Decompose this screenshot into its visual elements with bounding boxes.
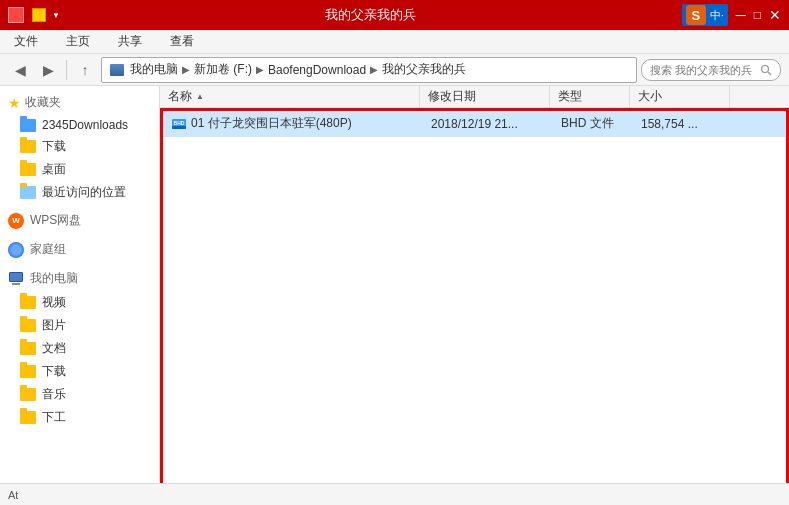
sidebar-item-desktop[interactable]: 桌面 [0,158,159,181]
sidebar-section-homegroup: 家庭组 [0,237,159,262]
breadcrumb-folder[interactable]: 我的父亲我的兵 [382,61,466,78]
menu-file[interactable]: 文件 [8,31,44,52]
sidebar-item-more[interactable]: 下工 [0,406,159,429]
sidebar-section-wps: W WPS网盘 [0,208,159,233]
col-header-name[interactable]: 名称 ▲ [160,86,420,107]
mycomputer-icon [8,272,24,285]
sidebar-item-music[interactable]: 音乐 [0,383,159,406]
sidebar-favorites-header[interactable]: ★ 收藏夹 [0,90,159,115]
folder-icon-music [20,388,36,401]
sidebar-item-downloads2[interactable]: 下载 [0,360,159,383]
breadcrumb-arrow-1: ▶ [182,64,190,75]
sidebar-label-downloads: 下载 [42,138,66,155]
toolbar: ◀ ▶ ↑ 我的电脑 ▶ 新加卷 (F:) ▶ BaofengDownload … [0,54,789,86]
sidebar-item-downloads[interactable]: 下载 [0,135,159,158]
breadcrumb-arrow-2: ▶ [256,64,264,75]
title-bar: ▼ 我的父亲我的兵 S 中· ─ □ ✕ [0,0,789,30]
col-name-label: 名称 [168,88,192,105]
window-title: 我的父亲我的兵 [325,6,416,24]
computer-icon-small [110,64,124,76]
nav-separator [66,60,67,80]
file-list: BHD 01 付子龙突围日本驻军(480P) 2018/12/19 21... … [160,108,789,505]
sidebar-label-pictures: 图片 [42,317,66,334]
address-bar[interactable]: 我的电脑 ▶ 新加卷 (F:) ▶ BaofengDownload ▶ 我的父亲… [101,57,637,83]
column-header: 名称 ▲ 修改日期 类型 大小 [160,86,789,108]
sidebar-item-pictures[interactable]: 图片 [0,314,159,337]
up-button[interactable]: ↑ [73,59,97,81]
breadcrumb-baofeng[interactable]: BaofengDownload [268,63,366,77]
status-bar: At [0,483,789,505]
svg-rect-1 [172,126,186,129]
sidebar-wps-header[interactable]: W WPS网盘 [0,208,159,233]
sidebar-wps-label: WPS网盘 [30,212,81,229]
folder-icon-downloads2 [20,365,36,378]
status-text: At [8,489,18,501]
file-name-text: 01 付子龙突围日本驻军(480P) [191,115,352,132]
sidebar-item-recent[interactable]: 最近访问的位置 [0,181,159,204]
file-cell-size: 158,754 ... [633,117,733,131]
minimize-button[interactable]: ─ [736,7,746,23]
folder-icon-recent [20,186,36,199]
folder-icon-2345 [20,119,36,132]
close-button[interactable]: ✕ [769,7,781,23]
folder-icon-video [20,296,36,309]
sidebar-label-downloads2: 下载 [42,363,66,380]
sidebar-item-documents[interactable]: 文档 [0,337,159,360]
file-icon-bhd: BHD [171,116,187,132]
sidebar-label-documents: 文档 [42,340,66,357]
title-bar-left: ▼ [8,7,60,23]
file-cell-date: 2018/12/19 21... [423,117,553,131]
star-icon: ★ [8,95,21,111]
app-icon [8,7,24,23]
main-area: ★ 收藏夹 2345Downloads 下载 桌面 最近访问的位置 [0,86,789,505]
file-size-text: 158,754 ... [641,117,698,131]
menu-home[interactable]: 主页 [60,31,96,52]
folder-icon-documents [20,342,36,355]
col-date-label: 修改日期 [428,88,476,105]
quick-access-arrow[interactable]: ▼ [52,11,60,20]
folder-icon-more [20,411,36,424]
col-header-type[interactable]: 类型 [550,86,630,107]
sidebar-label-recent: 最近访问的位置 [42,184,126,201]
col-size-label: 大小 [638,88,662,105]
sidebar-mycomputer-header[interactable]: 我的电脑 [0,266,159,291]
breadcrumb-computer[interactable]: 我的电脑 [130,61,178,78]
sidebar-label-2345downloads: 2345Downloads [42,118,128,132]
sidebar-item-video[interactable]: 视频 [0,291,159,314]
breadcrumb-newvol[interactable]: 新加卷 (F:) [194,61,252,78]
table-row[interactable]: BHD 01 付子龙突围日本驻军(480P) 2018/12/19 21... … [163,111,786,137]
sidebar-favorites-label: 收藏夹 [25,94,61,111]
sidebar: ★ 收藏夹 2345Downloads 下载 桌面 最近访问的位置 [0,86,160,505]
col-header-size[interactable]: 大小 [630,86,730,107]
sidebar-homegroup-header[interactable]: 家庭组 [0,237,159,262]
folder-icon-downloads [20,140,36,153]
homegroup-icon [8,242,24,258]
sidebar-label-music: 音乐 [42,386,66,403]
menu-bar: 文件 主页 共享 查看 [0,30,789,54]
col-header-date[interactable]: 修改日期 [420,86,550,107]
search-input[interactable] [641,59,781,81]
sogou-label: 中· [710,8,724,23]
folder-icon-desktop [20,163,36,176]
sogou-s-icon: S [686,5,706,25]
file-date-text: 2018/12/19 21... [431,117,518,131]
menu-view[interactable]: 查看 [164,31,200,52]
file-cell-name: BHD 01 付子龙突围日本驻军(480P) [163,115,423,132]
sort-arrow-name: ▲ [196,92,204,101]
sidebar-label-more: 下工 [42,409,66,426]
sidebar-label-video: 视频 [42,294,66,311]
maximize-button[interactable]: □ [754,8,761,22]
file-cell-type: BHD 文件 [553,115,633,132]
sogou-badge: S 中· [682,4,728,26]
file-type-text: BHD 文件 [561,116,614,130]
menu-share[interactable]: 共享 [112,31,148,52]
sidebar-item-2345downloads[interactable]: 2345Downloads [0,115,159,135]
title-bar-controls: S 中· ─ □ ✕ [682,4,781,26]
sidebar-mycomputer-label: 我的电脑 [30,270,78,287]
back-button[interactable]: ◀ [8,59,32,81]
forward-button[interactable]: ▶ [36,59,60,81]
sidebar-label-desktop: 桌面 [42,161,66,178]
wps-icon: W [8,213,24,229]
svg-text:BHD: BHD [174,120,185,126]
breadcrumb-arrow-3: ▶ [370,64,378,75]
